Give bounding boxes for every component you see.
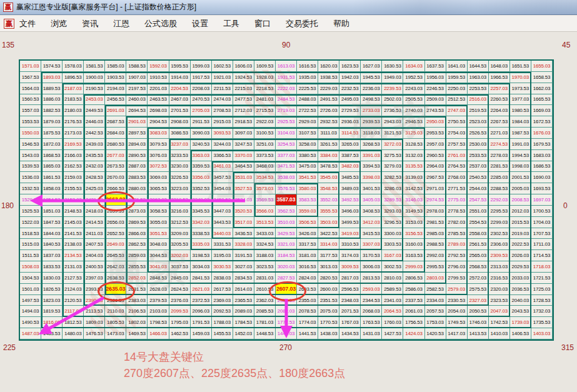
grid-cell[interactable]: 3436.53 — [233, 228, 254, 239]
grid-cell[interactable]: 3559.03 — [297, 206, 318, 217]
grid-cell[interactable]: 2078.53 — [297, 306, 318, 317]
grid-cell[interactable]: 1791.53 — [191, 317, 212, 328]
grid-cell[interactable]: 1770.53 — [318, 317, 339, 328]
grid-cell[interactable]: 2684.03 — [105, 128, 126, 139]
grid-cell[interactable]: 1483.53 — [41, 328, 63, 339]
grid-cell[interactable]: 2862.53 — [126, 239, 148, 250]
grid-cell[interactable]: 3492.53 — [339, 194, 361, 206]
grid-cell[interactable]: 3475.03 — [297, 161, 318, 173]
grid-cell[interactable]: 2614.03 — [233, 284, 254, 295]
grid-cell[interactable]: 2029.53 — [510, 261, 531, 273]
grid-cell[interactable]: 1588.53 — [126, 61, 148, 72]
grid-cell[interactable]: 2019.03 — [510, 228, 531, 239]
grid-cell[interactable]: 2092.53 — [212, 306, 233, 317]
grid-cell[interactable]: 1501.03 — [20, 284, 41, 295]
grid-cell[interactable]: 2929.03 — [297, 116, 318, 128]
grid-cell[interactable]: 2869.53 — [126, 217, 148, 228]
grid-cell[interactable]: 2607.03 — [276, 284, 297, 295]
grid-cell[interactable]: 3170.53 — [361, 250, 382, 261]
grid-cell[interactable]: 1487.03 — [20, 328, 41, 339]
grid-cell[interactable]: 2922.03 — [254, 116, 276, 128]
grid-cell[interactable]: 3177.53 — [318, 250, 339, 261]
grid-cell[interactable]: 2897.53 — [126, 128, 148, 139]
grid-cell[interactable]: 2736.53 — [382, 105, 403, 116]
grid-cell[interactable]: 2953.53 — [425, 128, 446, 139]
grid-cell[interactable]: 1823.03 — [41, 295, 63, 306]
grid-cell[interactable]: 2236.03 — [361, 83, 382, 94]
grid-cell[interactable]: 3062.03 — [148, 194, 169, 206]
grid-cell[interactable]: 1553.53 — [20, 116, 41, 128]
grid-cell[interactable]: 1872.03 — [41, 139, 63, 150]
grid-cell[interactable]: 2071.53 — [339, 306, 361, 317]
grid-cell[interactable]: 2141.53 — [63, 228, 84, 239]
grid-cell[interactable]: 2806.53 — [403, 273, 424, 284]
grid-cell[interactable]: 2771.53 — [446, 183, 468, 194]
grid-cell[interactable]: 2859.03 — [126, 250, 148, 261]
grid-cell[interactable]: 2127.53 — [63, 273, 84, 284]
grid-cell[interactable]: 1833.53 — [41, 261, 63, 273]
grid-cell[interactable]: 2526.53 — [468, 128, 489, 139]
grid-cell[interactable]: 1893.03 — [41, 72, 63, 83]
grid-cell[interactable]: 3240.53 — [191, 139, 212, 150]
grid-cell[interactable]: 1616.53 — [297, 61, 318, 72]
grid-cell[interactable]: 2950.03 — [425, 116, 446, 128]
grid-cell[interactable]: 2827.53 — [276, 273, 297, 284]
grid-cell[interactable]: 2495.03 — [339, 94, 361, 106]
grid-cell[interactable]: 2257.03 — [489, 83, 510, 94]
grid-cell[interactable]: 2715.53 — [254, 105, 276, 116]
grid-cell[interactable]: 2243.03 — [403, 83, 424, 94]
grid-cell[interactable]: 3111.03 — [318, 128, 339, 139]
grid-cell[interactable]: 2208.03 — [191, 83, 212, 94]
grid-cell[interactable]: 3352.53 — [191, 183, 212, 194]
grid-cell[interactable]: 2764.53 — [446, 161, 468, 173]
menu-item-tools[interactable]: 工具 — [223, 18, 239, 29]
grid-cell[interactable]: 2215.03 — [233, 83, 254, 94]
grid-cell[interactable]: 3303.53 — [382, 239, 403, 250]
grid-cell[interactable]: 2124.03 — [63, 284, 84, 295]
grid-cell[interactable]: 2960.53 — [425, 150, 446, 161]
grid-cell[interactable]: 2117.03 — [63, 306, 84, 317]
grid-cell[interactable]: 2796.03 — [446, 261, 468, 273]
grid-cell[interactable]: 2915.03 — [212, 116, 233, 128]
grid-cell[interactable]: 3296.53 — [382, 217, 403, 228]
grid-cell[interactable]: 2663.03 — [105, 194, 126, 206]
grid-cell[interactable]: 2659.53 — [105, 206, 126, 217]
grid-cell[interactable]: 1480.03 — [63, 328, 84, 339]
grid-cell[interactable]: 2428.53 — [84, 172, 105, 183]
grid-cell[interactable]: 1697.03 — [531, 194, 553, 206]
grid-cell[interactable]: 1945.53 — [361, 72, 382, 83]
grid-cell[interactable]: 3097.03 — [233, 128, 254, 139]
grid-cell[interactable]: 2670.03 — [105, 172, 126, 183]
grid-cell[interactable]: 2012.03 — [510, 206, 531, 217]
grid-cell[interactable]: 3328.03 — [233, 239, 254, 250]
grid-cell[interactable]: 1665.53 — [531, 94, 553, 106]
grid-cell[interactable]: 1760.03 — [382, 317, 403, 328]
grid-cell[interactable]: 2365.53 — [233, 295, 254, 306]
grid-cell[interactable]: 2467.03 — [169, 94, 191, 106]
grid-cell[interactable]: 3510.03 — [276, 217, 297, 228]
grid-cell[interactable]: 2372.53 — [191, 295, 212, 306]
grid-cell[interactable]: 3387.53 — [339, 150, 361, 161]
grid-cell[interactable]: 2176.53 — [63, 116, 84, 128]
grid-cell[interactable]: 2386.53 — [105, 295, 126, 306]
grid-cell[interactable]: 3587.03 — [276, 194, 297, 206]
grid-cell[interactable]: 1802.03 — [126, 317, 148, 328]
grid-cell[interactable]: 2509.03 — [425, 94, 446, 106]
grid-cell[interactable]: 1718.03 — [531, 261, 553, 273]
grid-cell[interactable]: 1497.53 — [20, 295, 41, 306]
grid-cell[interactable]: 2911.53 — [191, 116, 212, 128]
grid-cell[interactable]: 1630.53 — [382, 61, 403, 72]
grid-cell[interactable]: 3415.53 — [361, 228, 382, 239]
grid-cell[interactable]: 1469.53 — [126, 328, 148, 339]
grid-cell[interactable]: 2834.53 — [233, 273, 254, 284]
grid-cell[interactable]: 2523.03 — [468, 116, 489, 128]
grid-cell[interactable]: 2995.53 — [425, 261, 446, 273]
grid-cell[interactable]: 1819.53 — [41, 306, 63, 317]
grid-cell[interactable]: 3135.53 — [403, 161, 424, 173]
grid-cell[interactable]: 2946.53 — [403, 116, 424, 128]
grid-cell[interactable]: 3555.53 — [318, 206, 339, 217]
grid-cell[interactable]: 1826.53 — [41, 284, 63, 295]
grid-cell[interactable]: 2285.03 — [489, 172, 510, 183]
grid-cell[interactable]: 1455.53 — [212, 328, 233, 339]
grid-cell[interactable]: 3300.03 — [382, 228, 403, 239]
